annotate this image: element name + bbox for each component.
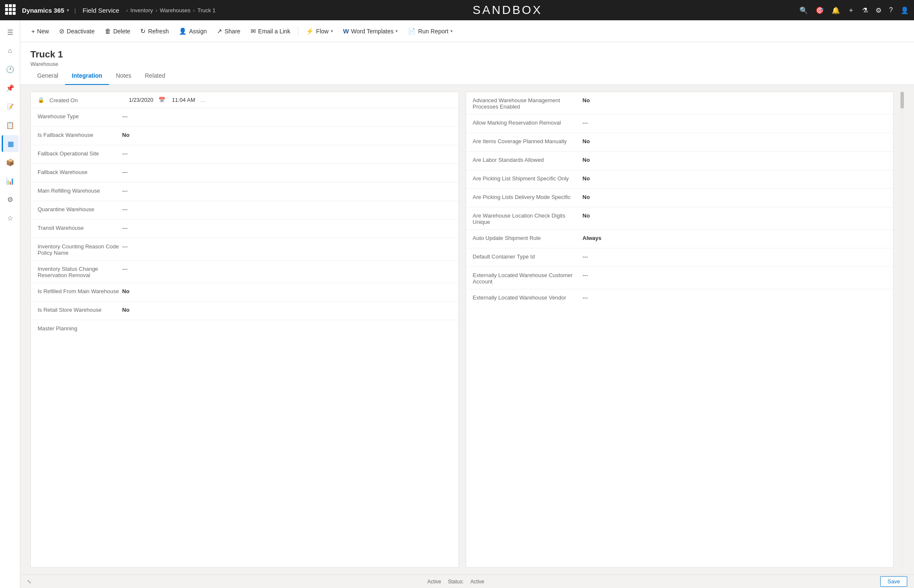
breadcrumb-inventory[interactable]: Inventory	[131, 7, 153, 14]
field-value: No	[583, 193, 590, 200]
field-value: Always	[583, 234, 602, 241]
brand-area[interactable]: Dynamics 365 ▾	[22, 7, 69, 14]
sandbox-title: SANDBOX	[219, 3, 796, 17]
target-icon[interactable]: 🎯	[816, 6, 824, 14]
field-value: No	[122, 287, 129, 294]
tab-integration[interactable]: Integration	[65, 67, 109, 85]
calendar-icon[interactable]: 📅	[158, 97, 165, 103]
field-label: Is Refilled From Main Warehouse	[38, 287, 122, 294]
right-field-row: Are Picking Lists Delivery Mode Specific…	[466, 189, 894, 207]
run-report-button[interactable]: 📄 Run Report ▾	[404, 25, 457, 38]
refresh-icon: ↻	[140, 27, 146, 35]
content-area: + New ⊘ Deactivate 🗑 Delete ↻ Refresh 👤 …	[20, 20, 914, 588]
filter-icon[interactable]: ⚗	[862, 6, 868, 14]
top-navigation: Dynamics 365 ▾ | Field Service › Invento…	[0, 0, 914, 20]
field-value: ---	[583, 253, 588, 260]
sidebar-item-box[interactable]: 📦	[2, 154, 19, 171]
delete-icon: 🗑	[105, 27, 111, 35]
scrollbar-track[interactable]	[900, 92, 904, 568]
field-label: Is Retail Store Warehouse	[38, 306, 122, 313]
right-field-row: Are Items Coverage Planned Manually No	[466, 133, 894, 152]
right-field-row: Are Warehouse Location Check Digits Uniq…	[466, 207, 894, 230]
help-icon[interactable]: ?	[889, 6, 893, 14]
form-area: 🔒 Created On 1/23/2020 📅 11:04 AM … Ware…	[20, 85, 914, 574]
deactivate-button[interactable]: ⊘ Deactivate	[55, 25, 99, 38]
field-value: ---	[122, 265, 128, 272]
assign-button[interactable]: 👤 Assign	[175, 25, 211, 38]
deactivate-icon: ⊘	[59, 27, 65, 35]
refresh-button[interactable]: ↻ Refresh	[136, 25, 173, 38]
word-templates-button[interactable]: W Word Templates ▾	[339, 25, 402, 37]
email-icon: ✉	[251, 27, 256, 35]
app-name[interactable]: Field Service	[82, 7, 119, 14]
time-picker-icon[interactable]: …	[200, 97, 206, 103]
field-value: ---	[122, 187, 128, 194]
sidebar-item-recent[interactable]: 🕐	[2, 61, 19, 78]
expand-icon[interactable]: ⤡	[27, 579, 31, 585]
tab-related[interactable]: Related	[138, 67, 172, 85]
field-label: Fallback Warehouse	[38, 168, 122, 175]
sidebar-item-notes[interactable]: 📝	[2, 98, 19, 115]
field-label: Inventory Status Change Reservation Remo…	[38, 265, 122, 278]
left-field-row: Inventory Counting Reason Code Policy Na…	[31, 238, 458, 261]
field-value: ---	[583, 294, 588, 301]
settings-icon[interactable]: ⚙	[876, 6, 881, 14]
user-icon[interactable]: 👤	[900, 6, 909, 14]
field-label: Allow Marking Reservation Removal	[473, 119, 583, 126]
left-field-row: Is Refilled From Main Warehouse No	[31, 283, 458, 302]
left-field-row: Is Fallback Warehouse No	[31, 127, 458, 145]
status-bar: ⤡ Active Status: Active Save	[20, 574, 914, 588]
flow-button[interactable]: ⚡ Flow ▾	[302, 25, 337, 38]
delete-button[interactable]: 🗑 Delete	[101, 25, 134, 37]
created-on-date: 1/23/2020	[129, 97, 153, 103]
right-field-row: Auto Update Shipment Rule Always	[466, 230, 894, 248]
word-templates-chevron-icon: ▾	[396, 29, 398, 33]
save-button[interactable]: Save	[880, 576, 907, 587]
field-value: No	[122, 306, 129, 313]
brand-chevron-icon: ▾	[67, 8, 69, 13]
left-fields: Warehouse Type --- Is Fallback Warehouse…	[31, 108, 458, 339]
sidebar-item-list[interactable]: 📋	[2, 117, 19, 133]
tab-general[interactable]: General	[30, 67, 65, 85]
breadcrumb-truck1: Truck 1	[197, 7, 216, 14]
sidebar-collapse[interactable]: ☰	[2, 24, 19, 41]
flow-chevron-icon: ▾	[331, 29, 333, 33]
sidebar-item-favorites[interactable]: ☆	[2, 210, 19, 226]
left-field-row: Is Retail Store Warehouse No	[31, 302, 458, 320]
field-value: No	[583, 96, 590, 103]
brand-name: Dynamics 365	[22, 7, 64, 14]
command-bar: + New ⊘ Deactivate 🗑 Delete ↻ Refresh 👤 …	[20, 20, 914, 42]
left-field-row: Inventory Status Change Reservation Remo…	[31, 261, 458, 283]
field-label: Auto Update Shipment Rule	[473, 234, 583, 241]
search-icon[interactable]: 🔍	[799, 6, 808, 14]
field-value: No	[122, 131, 129, 138]
share-button[interactable]: ↗ Share	[213, 25, 244, 38]
left-field-row: Warehouse Type ---	[31, 108, 458, 127]
tab-notes[interactable]: Notes	[109, 67, 138, 85]
page-title: Truck 1	[30, 49, 904, 60]
sidebar-item-pinned[interactable]: 📌	[2, 79, 19, 96]
sidebar-item-active[interactable]: ▦	[2, 135, 19, 152]
breadcrumb-warehouses[interactable]: Warehouses	[160, 7, 191, 14]
field-label: Are Picking Lists Delivery Mode Specific	[473, 193, 583, 200]
right-field-row: Default Container Type Id ---	[466, 248, 894, 267]
field-value: No	[583, 156, 590, 163]
field-value: ---	[122, 112, 128, 120]
waffle-icon[interactable]	[5, 4, 17, 16]
new-button[interactable]: + New	[27, 25, 53, 37]
created-on-label: Created On	[49, 96, 126, 103]
right-field-row: Externally Located Warehouse Customer Ac…	[466, 267, 894, 289]
tabs-bar: General Integration Notes Related	[20, 67, 914, 85]
status-label: Status:	[448, 579, 464, 585]
plus-icon[interactable]: ＋	[848, 6, 854, 15]
right-field-row: Allow Marking Reservation Removal ---	[466, 114, 894, 133]
sidebar-item-reports[interactable]: 📊	[2, 172, 19, 189]
sidebar-item-home[interactable]: ⌂	[2, 42, 19, 59]
left-field-row: Master Planning	[31, 320, 458, 339]
field-value: ---	[122, 205, 128, 212]
bell-icon[interactable]: 🔔	[832, 6, 840, 14]
scrollbar-thumb[interactable]	[900, 92, 904, 109]
email-link-button[interactable]: ✉ Email a Link	[246, 25, 295, 38]
sidebar-item-settings[interactable]: ⚙	[2, 191, 19, 208]
field-label: Main Refilling Warehouse	[38, 187, 122, 194]
